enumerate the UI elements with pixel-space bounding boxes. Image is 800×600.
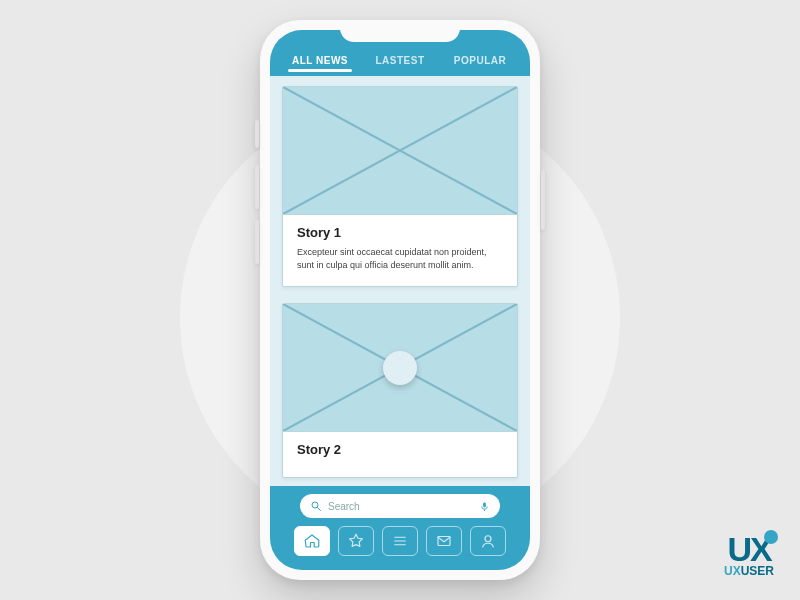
story-card[interactable]: Story 2 bbox=[282, 303, 518, 478]
dock bbox=[282, 526, 518, 556]
phone-frame: ALL NEWS LASTEST POPULAR Story 1 Excepte… bbox=[260, 20, 540, 580]
side-button bbox=[541, 170, 545, 230]
side-button bbox=[255, 220, 259, 264]
story-image-placeholder bbox=[283, 87, 517, 215]
dock-menu[interactable] bbox=[382, 526, 418, 556]
screen: ALL NEWS LASTEST POPULAR Story 1 Excepte… bbox=[270, 30, 530, 570]
brand-dot-icon bbox=[764, 530, 778, 544]
dock-mail[interactable] bbox=[426, 526, 462, 556]
story-card[interactable]: Story 1 Excepteur sint occaecat cupidata… bbox=[282, 86, 518, 287]
bottom-bar: Search bbox=[270, 486, 530, 570]
svg-point-4 bbox=[312, 502, 318, 508]
tab-latest[interactable]: LASTEST bbox=[360, 55, 440, 76]
search-field[interactable]: Search bbox=[300, 494, 500, 518]
search-placeholder: Search bbox=[328, 501, 473, 512]
story-body: Excepteur sint occaecat cupidatat non pr… bbox=[297, 246, 503, 272]
phone-notch bbox=[340, 20, 460, 42]
dock-home[interactable] bbox=[294, 526, 330, 556]
side-button bbox=[255, 165, 259, 209]
mic-icon[interactable] bbox=[479, 500, 490, 513]
brand-logo: UX UXUSER bbox=[724, 532, 774, 578]
side-button bbox=[255, 120, 259, 148]
feed[interactable]: Story 1 Excepteur sint occaecat cupidata… bbox=[270, 76, 530, 484]
search-icon bbox=[310, 500, 322, 512]
story-title: Story 1 bbox=[297, 225, 503, 240]
tab-all-news[interactable]: ALL NEWS bbox=[280, 55, 360, 76]
dock-favorites[interactable] bbox=[338, 526, 374, 556]
tab-popular[interactable]: POPULAR bbox=[440, 55, 520, 76]
dock-profile[interactable] bbox=[470, 526, 506, 556]
carousel-handle[interactable] bbox=[383, 351, 417, 385]
svg-rect-6 bbox=[483, 502, 486, 507]
svg-point-12 bbox=[485, 536, 491, 542]
story-title: Story 2 bbox=[297, 442, 503, 457]
story-image-placeholder bbox=[283, 304, 517, 432]
svg-line-5 bbox=[318, 508, 321, 511]
